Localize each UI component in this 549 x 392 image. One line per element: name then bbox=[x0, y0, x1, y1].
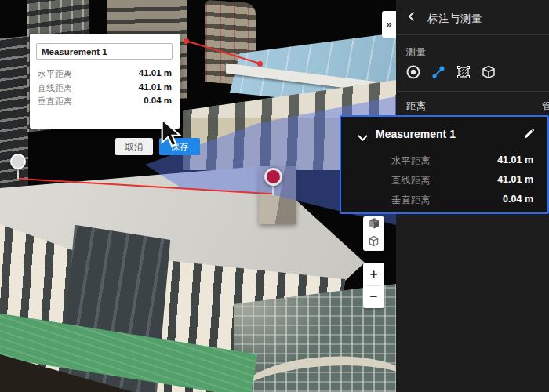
row-value: 41.01 m bbox=[497, 154, 533, 165]
popup-row: 直线距离 41.01 m bbox=[38, 82, 172, 93]
measure-section-label: 测量 bbox=[406, 45, 427, 59]
measurement-name-input[interactable] bbox=[36, 43, 173, 60]
row-label: 水平距离 bbox=[38, 68, 72, 80]
measure-tools bbox=[401, 61, 501, 85]
row-label: 垂直距离 bbox=[38, 96, 72, 107]
panel-collapse-button[interactable]: » bbox=[382, 11, 396, 38]
measure-marker-end[interactable] bbox=[264, 168, 282, 186]
distance-measure-icon[interactable] bbox=[426, 61, 451, 83]
row-value: 0.04 m bbox=[144, 96, 172, 105]
volume-measure-icon[interactable] bbox=[476, 61, 501, 83]
popup-row: 垂直距离 0.04 m bbox=[38, 96, 172, 107]
measure-row: 垂直距离 0.04 m bbox=[391, 194, 533, 205]
row-label: 直线距离 bbox=[38, 82, 72, 94]
measure-point[interactable] bbox=[184, 38, 189, 44]
row-label: 水平距离 bbox=[391, 154, 431, 168]
tab-manage[interactable]: 管理 bbox=[542, 100, 549, 113]
measure-point[interactable] bbox=[257, 61, 263, 67]
measurement-name: Measurement 1 bbox=[376, 128, 456, 140]
view-mode-toolbar bbox=[363, 216, 384, 251]
chevron-down-icon[interactable] bbox=[357, 131, 369, 145]
point-measure-icon[interactable] bbox=[401, 61, 426, 83]
tab-distance[interactable]: 距离 bbox=[406, 100, 427, 113]
measurement-card-selected[interactable]: Measurement 1 水平距离 41.01 m 直线距离 41.01 m … bbox=[340, 115, 549, 214]
popup-row: 水平距离 41.01 m bbox=[38, 68, 172, 79]
app-screen: 水平距离 41.01 m 直线距离 41.01 m 垂直距离 0.04 m 取消… bbox=[0, 0, 549, 392]
mouse-cursor bbox=[159, 118, 184, 153]
row-label: 直线距离 bbox=[391, 174, 431, 187]
row-value: 41.01 m bbox=[139, 68, 172, 78]
area-measure-icon[interactable] bbox=[451, 61, 476, 83]
divider bbox=[396, 91, 549, 92]
row-label: 垂直距离 bbox=[391, 194, 431, 207]
zoom-out-button[interactable]: − bbox=[363, 285, 384, 308]
wireframe-view-icon[interactable] bbox=[368, 235, 380, 250]
measure-marker-start[interactable] bbox=[10, 154, 26, 169]
measurement-edit-popup: 水平距离 41.01 m 直线距离 41.01 m 垂直距离 0.04 m 取消… bbox=[30, 34, 180, 129]
back-icon[interactable] bbox=[405, 10, 418, 26]
row-value: 0.04 m bbox=[503, 194, 533, 205]
zoom-in-button[interactable]: + bbox=[363, 263, 384, 285]
zoom-toolbar: + − bbox=[363, 263, 384, 308]
model-view-icon[interactable] bbox=[368, 217, 380, 233]
measure-row: 水平距离 41.01 m bbox=[391, 154, 533, 166]
measure-row: 直线距离 41.01 m bbox=[391, 174, 533, 186]
row-value: 41.01 m bbox=[139, 82, 172, 92]
panel-header: 标注与测量 bbox=[396, 0, 549, 35]
row-value: 41.01 m bbox=[497, 174, 533, 185]
edit-pencil-icon[interactable] bbox=[523, 128, 535, 143]
cancel-button[interactable]: 取消 bbox=[115, 138, 153, 155]
panel-title: 标注与测量 bbox=[427, 12, 482, 26]
